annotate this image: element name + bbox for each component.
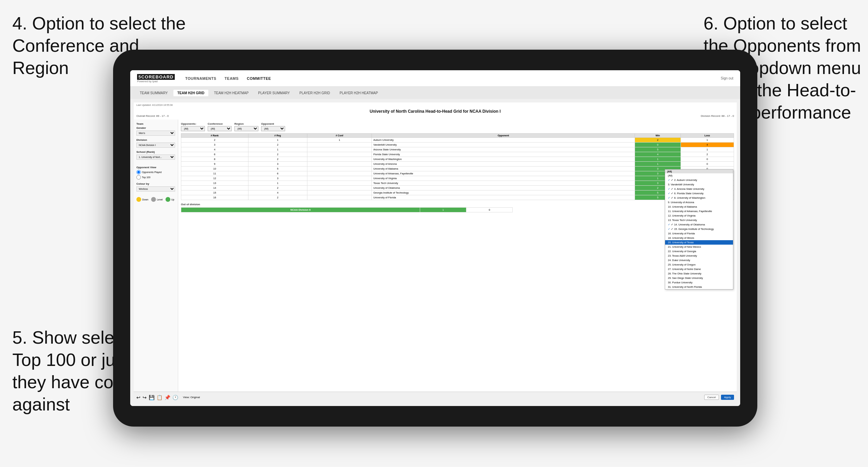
subnav-player-summary[interactable]: PLAYER SUMMARY xyxy=(254,90,294,96)
dropdown-item[interactable]: 22. University of Georgia xyxy=(665,249,733,254)
nav-tournaments[interactable]: TOURNAMENTS xyxy=(185,76,216,81)
nav-committee[interactable]: COMMITTEE xyxy=(247,76,271,81)
colour-up-label: Up xyxy=(171,198,174,201)
cell-rank: 6 xyxy=(181,152,248,157)
cell-rank: 9 xyxy=(181,162,248,167)
dropdown-item[interactable]: ✓ 2. Auburn University xyxy=(665,178,733,182)
dropdown-item[interactable]: 10. University of Alabama xyxy=(665,205,733,209)
cell-conf xyxy=(307,167,372,171)
logo-sub: Powered by Ipad xyxy=(137,80,175,83)
cell-conf xyxy=(307,195,372,200)
cell-loss: 0 xyxy=(681,162,734,167)
toolbar-undo-icon[interactable]: ↩ xyxy=(136,395,140,400)
report-title: University of North Carolina Head-to-Hea… xyxy=(136,109,734,114)
sidebar-gender-select[interactable]: Men's xyxy=(136,131,175,136)
toolbar-paste-icon[interactable]: 📌 xyxy=(164,395,170,400)
dropdown-item[interactable]: 31. University of North Florida xyxy=(665,285,733,289)
subnav-team-summary[interactable]: TEAM SUMMARY xyxy=(136,90,172,96)
dropdown-item[interactable]: ✓ 6. Florida State University xyxy=(665,191,733,196)
toolbar-redo-icon[interactable]: ↪ xyxy=(143,395,147,400)
opponents-filter-select[interactable]: (All) xyxy=(181,126,205,131)
dropdown-item[interactable]: 13. Texas Tech University xyxy=(665,218,733,222)
opponent-filter-select[interactable]: (All) xyxy=(261,126,285,131)
cell-win: 4 xyxy=(635,152,681,157)
dropdown-item[interactable]: (All) xyxy=(665,173,733,178)
conference-filter-select[interactable]: (All) xyxy=(208,126,232,131)
table-row: 2 1 1 Auburn University 2 1 xyxy=(181,138,734,143)
table-row: 4 1 Arizona State University 5 1 xyxy=(181,147,734,152)
toolbar-copy-icon[interactable]: 📋 xyxy=(157,395,162,400)
th-win: Win xyxy=(635,134,681,138)
tablet-device: 5COREBOARD Powered by Ipad TOURNAMENTS T… xyxy=(113,50,757,427)
dropdown-item[interactable]: 3. Vanderbilt University xyxy=(665,182,733,187)
radio-opponents-played[interactable]: Opponents Played xyxy=(136,170,175,174)
out-of-div-table: NCAA Division II 1 0 xyxy=(181,207,513,212)
subnav-team-h2h-grid[interactable]: TEAM H2H GRID xyxy=(173,90,209,96)
sidebar-colour-by-label: Colour by xyxy=(136,182,175,185)
cell-rank: 12 xyxy=(181,176,248,181)
cell-reg: 2 xyxy=(248,195,307,200)
dropdown-item[interactable]: ✓ 8. University of Washington xyxy=(665,196,733,200)
toolbar-save-icon[interactable]: 💾 xyxy=(149,395,155,400)
sidebar-school-select[interactable]: 1. University of Nort... xyxy=(136,155,175,160)
region-filter-label: Region xyxy=(234,122,258,125)
dropdown-item[interactable]: 23. Texas A&M University xyxy=(665,254,733,258)
dropdown-item[interactable]: ✓ 4. Arizona State University xyxy=(665,187,733,191)
region-filter-select[interactable]: (All) xyxy=(234,126,258,131)
sidebar-division-select[interactable]: NCAA Division I xyxy=(136,143,175,148)
report-container: Last Updated: 4/11/2024 16:55:38 Univers… xyxy=(134,102,737,403)
table-row: 10 5 University of Alabama 3 0 xyxy=(181,167,734,171)
radio-top100[interactable]: Top 100 xyxy=(136,175,175,180)
cell-conf xyxy=(307,162,372,167)
opponent-dropdown[interactable]: (All)(All)✓ 2. Auburn University3. Vande… xyxy=(665,169,733,290)
nav-teams[interactable]: TEAMS xyxy=(224,76,239,81)
cell-reg: 2 xyxy=(248,152,307,157)
colour-dot-up xyxy=(166,197,170,202)
cell-reg: 5 xyxy=(248,167,307,171)
cell-rank: 15 xyxy=(181,191,248,195)
filter-opponents: Opponents: (All) xyxy=(181,122,205,131)
nav-sign-out[interactable]: Sign out xyxy=(721,76,733,80)
toolbar-clock-icon[interactable]: 🕐 xyxy=(172,395,178,400)
dropdown-item[interactable]: 30. Purdue University xyxy=(665,280,733,285)
table-row: 16 2 University of Florida 5 1 xyxy=(181,195,734,200)
subnav-player-h2h-grid[interactable]: PLAYER H2H GRID xyxy=(295,90,334,96)
cell-opponent: University of Alabama xyxy=(372,167,635,171)
dropdown-item[interactable]: 18. University of Illinois xyxy=(665,236,733,240)
dropdown-item[interactable]: 20. University of Texas xyxy=(665,240,733,245)
dropdown-item[interactable]: ✓ 14. University of Oklahoma xyxy=(665,222,733,227)
dropdown-item[interactable]: 12. University of Virginia xyxy=(665,213,733,218)
cell-rank: 14 xyxy=(181,186,248,191)
cell-reg: 2 xyxy=(248,143,307,147)
dropdown-item[interactable]: 28. The Ohio State University xyxy=(665,271,733,276)
dropdown-item[interactable]: 27. University of Notre Dame xyxy=(665,267,733,271)
report-title-area: University of North Carolina Head-to-Hea… xyxy=(134,109,737,118)
dropdown-header: (All) xyxy=(665,170,733,173)
subnav-player-h2h-heatmap[interactable]: PLAYER H2H HEATMAP xyxy=(335,90,382,96)
dropdown-item[interactable]: ✓ 15. Georgia Institute of Technology xyxy=(665,227,733,231)
cell-opponent: University of Oklahoma xyxy=(372,186,635,191)
colour-level-label: Level xyxy=(157,198,163,201)
out-of-div-win: 1 xyxy=(420,208,466,212)
table-row: 12 3 University of Virginia 1 0 xyxy=(181,176,734,181)
dropdown-item[interactable]: 9. University of Arizona xyxy=(665,200,733,205)
cell-opponent: Texas Tech University xyxy=(372,181,635,186)
cell-reg: 1 xyxy=(248,181,307,186)
dropdown-item[interactable]: 21. University of New Mexico xyxy=(665,245,733,249)
dropdown-item[interactable]: 16. University of Florida xyxy=(665,231,733,236)
dropdown-item[interactable]: 24. Duke University xyxy=(665,258,733,262)
apply-button[interactable]: Apply xyxy=(721,395,734,400)
division-record: Division Record: 88 - 17 - 0 xyxy=(701,114,734,118)
sidebar-colour-by-select[interactable]: Win/loss xyxy=(136,186,175,192)
dropdown-item[interactable]: 25. University of Oregon xyxy=(665,262,733,267)
cell-reg: 2 xyxy=(248,186,307,191)
sidebar: Team Gender Men's Division NCAA Division… xyxy=(134,120,178,392)
out-of-div-loss: 0 xyxy=(466,208,513,212)
dropdown-item[interactable]: 29. San Diego State University xyxy=(665,276,733,280)
dropdown-item[interactable]: 11. University of Arkansas, Fayetteville xyxy=(665,209,733,213)
subnav-team-h2h-heatmap[interactable]: TEAM H2H HEATMAP xyxy=(210,90,253,96)
th-rank: # Rank xyxy=(181,134,248,138)
cancel-button[interactable]: Cancel xyxy=(704,395,719,400)
table-row: 9 3 University of Arizona 1 0 xyxy=(181,162,734,167)
filter-opponent: Opponent (All) xyxy=(261,122,285,131)
